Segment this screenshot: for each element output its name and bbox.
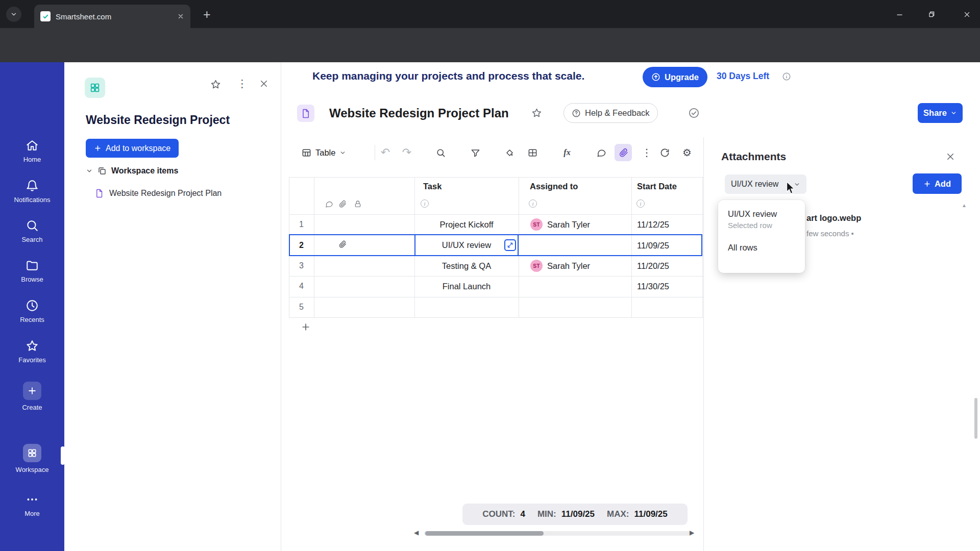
- sidebar-item-workspace[interactable]: Workspace: [0, 444, 64, 473]
- cell-assignee[interactable]: Sarah Tyler: [547, 260, 590, 271]
- cell-task[interactable]: Testing & QA: [414, 260, 519, 271]
- sheet-favorite-star-icon[interactable]: [531, 108, 542, 118]
- add-to-workspace-button[interactable]: Add to workspace: [86, 139, 179, 158]
- settings-gear-icon[interactable]: ⚙: [678, 144, 696, 161]
- formula-icon[interactable]: fx: [558, 144, 576, 161]
- scroll-left-arrow[interactable]: ◀: [414, 529, 419, 536]
- view-selector[interactable]: Table: [298, 142, 350, 163]
- menu-option-selected-subtitle: Selected row: [718, 220, 805, 231]
- expand-icon: [507, 242, 513, 248]
- count-value: 4: [520, 509, 525, 519]
- sidebar-item-favorites[interactable]: Favorites: [0, 339, 64, 364]
- max-label: MAX:: [607, 509, 629, 519]
- sidebar-item-home[interactable]: Home: [0, 139, 64, 163]
- attachments-add-button[interactable]: Add: [913, 173, 962, 194]
- grid-line: [289, 317, 703, 318]
- info-icon[interactable]: i: [529, 199, 537, 208]
- tab-close-icon[interactable]: [177, 13, 184, 20]
- home-icon: [26, 139, 39, 152]
- expand-cell-button[interactable]: [504, 239, 516, 251]
- tab-search-button[interactable]: [6, 7, 21, 22]
- grid-line: [314, 177, 314, 317]
- browser-toolbar: app.smartsheet.com/sheets/v3qwxMgRrP9pqp…: [0, 28, 980, 62]
- sidebar-item-more[interactable]: More: [0, 493, 64, 517]
- sidebar-label: Notifications: [14, 196, 51, 204]
- column-header-start-date[interactable]: Start Date: [637, 182, 677, 191]
- hscroll-thumb[interactable]: [425, 531, 544, 536]
- workspace-close-icon[interactable]: [259, 79, 268, 88]
- attachment-icon[interactable]: [615, 144, 632, 161]
- search-icon[interactable]: [432, 144, 449, 161]
- plus-icon: [94, 144, 102, 152]
- workspace-item-label: Website Redesign Project Plan: [109, 189, 222, 198]
- cell-assignee[interactable]: Sarah Tyler: [547, 219, 590, 230]
- column-header-task[interactable]: Task: [423, 182, 442, 191]
- window-restore-button[interactable]: [924, 7, 939, 21]
- toolbar-more-icon[interactable]: ⋮: [638, 144, 655, 161]
- cell-grid-icon[interactable]: [524, 144, 541, 161]
- info-icon[interactable]: i: [421, 199, 429, 208]
- scroll-up-arrow[interactable]: ▲: [962, 203, 967, 208]
- sidebar-item-browse[interactable]: Browse: [0, 259, 64, 283]
- upgrade-arrow-icon: [651, 72, 660, 82]
- cell-start-date[interactable]: 11/30/25: [637, 281, 669, 292]
- attachments-title: Attachments: [721, 151, 786, 163]
- comment-icon[interactable]: [593, 144, 610, 161]
- chevron-down-icon: [950, 110, 957, 116]
- menu-option-all-rows[interactable]: All rows: [718, 242, 805, 254]
- sheet-toolbar: Table ↶ ↷ fx ⋮: [281, 137, 703, 168]
- cell-start-date[interactable]: 11/09/25: [637, 240, 669, 251]
- row-attachment-icon[interactable]: [338, 240, 347, 248]
- automation-icon[interactable]: [656, 144, 673, 161]
- attachment-file-meta: few seconds •: [806, 229, 854, 238]
- sidebar-item-notifications[interactable]: Notifications: [0, 179, 64, 204]
- workspace-items-section-header[interactable]: Workspace items: [86, 166, 178, 176]
- row-number[interactable]: 4: [289, 281, 314, 292]
- filter-icon[interactable]: [467, 144, 484, 161]
- workspace-menu-icon[interactable]: ⋮: [237, 78, 248, 90]
- row-number[interactable]: 2: [289, 240, 314, 251]
- sidebar-item-recents[interactable]: Recents: [0, 299, 64, 323]
- plus-icon: [23, 382, 41, 400]
- column-header-assigned[interactable]: Assigned to: [530, 182, 578, 191]
- sidebar-label: Favorites: [18, 356, 45, 364]
- workspace-item-sheet[interactable]: Website Redesign Project Plan: [95, 189, 222, 198]
- new-tab-button[interactable]: +: [203, 8, 211, 21]
- info-icon[interactable]: i: [636, 199, 645, 208]
- row-number[interactable]: 3: [289, 260, 314, 271]
- redo-icon[interactable]: ↷: [398, 144, 415, 161]
- attachments-scrollbar[interactable]: [974, 398, 977, 439]
- format-paint-icon[interactable]: [501, 144, 518, 161]
- attachments-add-label: Add: [935, 179, 951, 189]
- banner-message: Keep managing your projects and process …: [312, 70, 584, 82]
- cell-task[interactable]: Project Kickoff: [414, 219, 519, 230]
- min-value: 11/09/25: [561, 509, 595, 519]
- browser-tab[interactable]: Smartsheet.com: [34, 5, 190, 28]
- attachment-file-name[interactable]: art logo.webp: [806, 213, 861, 223]
- share-button[interactable]: Share: [918, 103, 963, 123]
- question-circle-icon: [572, 109, 581, 118]
- window-minimize-button[interactable]: [892, 7, 906, 21]
- active-cell[interactable]: UI/UX review: [414, 234, 519, 256]
- attachments-scope-dropdown[interactable]: UI/UX review: [725, 174, 806, 194]
- attachments-close-icon[interactable]: [946, 152, 955, 161]
- plus-icon: [923, 180, 931, 188]
- scroll-right-arrow[interactable]: ▶: [690, 529, 694, 536]
- cell-start-date[interactable]: 11/12/25: [637, 219, 669, 230]
- upgrade-button[interactable]: Upgrade: [643, 67, 707, 87]
- workspace-favorite-star-icon[interactable]: [210, 79, 221, 90]
- row-number[interactable]: 5: [289, 302, 314, 313]
- grid-line: [289, 297, 703, 297]
- sidebar-item-create[interactable]: Create: [0, 382, 64, 411]
- screen: Smartsheet.com + app.smartsheet.com/shee…: [0, 0, 980, 551]
- help-feedback-button[interactable]: Help & Feedback: [564, 103, 658, 123]
- undo-icon[interactable]: ↶: [377, 144, 394, 161]
- row-number[interactable]: 1: [289, 219, 314, 230]
- window-close-button[interactable]: [960, 7, 974, 21]
- sidebar-item-search[interactable]: Search: [0, 219, 64, 243]
- info-icon[interactable]: [782, 72, 791, 81]
- menu-option-selected-row[interactable]: UI/UX review: [718, 208, 805, 220]
- add-row-button[interactable]: [299, 320, 313, 334]
- cell-start-date[interactable]: 11/20/25: [637, 260, 669, 271]
- cell-task[interactable]: Final Launch: [414, 281, 519, 292]
